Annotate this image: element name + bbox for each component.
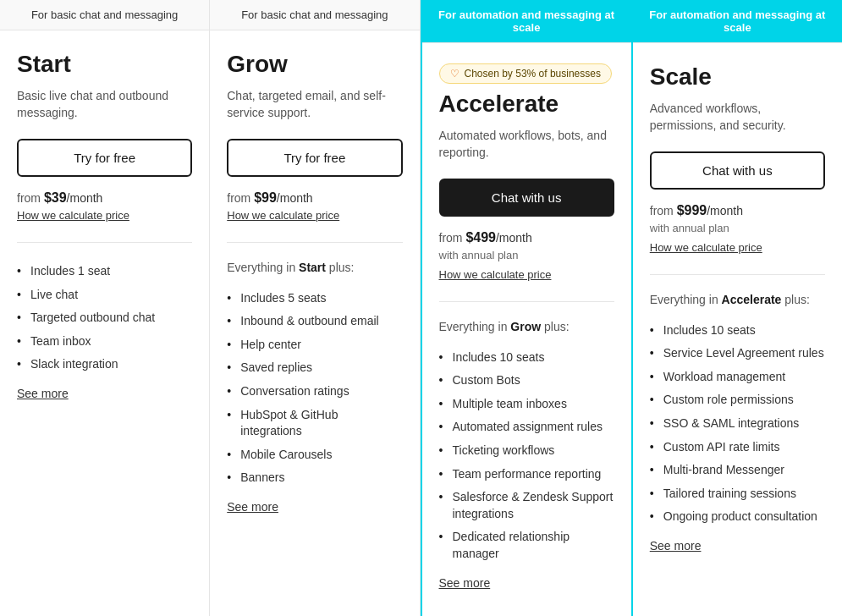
cta-button-scale[interactable]: Chat with us <box>650 151 825 190</box>
price-link-grow[interactable]: How we calculate price <box>227 209 402 222</box>
cta-button-start[interactable]: Try for free <box>17 139 192 177</box>
divider <box>439 301 614 302</box>
feature-item: Mobile Carousels <box>227 443 402 467</box>
see-more-start[interactable]: See more <box>17 387 192 400</box>
feature-item: Help center <box>227 333 402 357</box>
price-link-start[interactable]: How we calculate price <box>17 209 192 222</box>
features-intro-bold: Start <box>299 261 326 274</box>
feature-item: Includes 10 seats <box>439 346 614 370</box>
feature-item: Includes 1 seat <box>17 260 192 283</box>
price-from: from <box>17 191 44 205</box>
plan-banner-start: For basic chat and messaging <box>0 0 209 30</box>
feature-item: Targeted outbound chat <box>17 306 192 330</box>
plan-body-accelerate: ♡Chosen by 53% of businessesAccelerateAu… <box>422 43 631 616</box>
feature-item: Team inbox <box>17 330 192 354</box>
price-row-start: from $39/month <box>17 190 192 206</box>
feature-item: Ongoing product consultation <box>650 505 825 529</box>
feature-item: Includes 5 seats <box>227 287 402 311</box>
price-amount: $99 <box>254 190 277 205</box>
feature-item: Salesforce & Zendesk Support integration… <box>439 486 614 525</box>
plan-description-start: Basic live chat and outbound messaging. <box>17 88 192 122</box>
price-from: from <box>227 191 254 205</box>
features-intro-grow: Everything in Start plus: <box>227 260 402 277</box>
divider <box>650 274 825 275</box>
features-intro-bold: Accelerate <box>722 293 782 306</box>
price-row-accelerate: from $499/month <box>439 230 614 245</box>
price-period: /month <box>277 191 313 205</box>
see-more-accelerate[interactable]: See more <box>439 576 614 590</box>
feature-item: Includes 10 seats <box>650 319 825 343</box>
plan-name-scale: Scale <box>650 63 825 91</box>
features-intro-bold: Grow <box>510 320 541 333</box>
feature-item: Slack integration <box>17 353 192 377</box>
price-amount: $39 <box>44 190 67 205</box>
feature-item: Workload management <box>650 366 825 389</box>
feature-item: Banners <box>227 466 402 490</box>
price-amount: $999 <box>677 203 707 217</box>
plan-banner-scale: For automation and messaging at scale <box>633 0 842 43</box>
feature-item: HubSpot & GitHub integrations <box>227 404 402 443</box>
price-row-scale: from $999/month <box>650 203 825 218</box>
feature-list-scale: Includes 10 seatsService Level Agreement… <box>650 319 825 529</box>
plan-description-scale: Advanced workflows, permissions, and sec… <box>650 101 825 135</box>
price-from: from <box>650 204 677 217</box>
feature-item: Saved replies <box>227 356 402 380</box>
plan-name-grow: Grow <box>227 51 402 78</box>
feature-item: Team performance reporting <box>439 463 614 487</box>
price-period: /month <box>67 191 103 205</box>
plan-name-start: Start <box>17 51 192 78</box>
plan-column-grow: For basic chat and messagingGrowChat, ta… <box>210 0 420 616</box>
feature-item: Multiple team inboxes <box>439 393 614 416</box>
feature-item: Inbound & outbound email <box>227 310 402 333</box>
price-row-grow: from $99/month <box>227 190 402 206</box>
price-period: /month <box>496 231 532 245</box>
feature-item: Dedicated relationship manager <box>439 525 614 565</box>
cta-button-grow[interactable]: Try for free <box>227 139 402 177</box>
price-link-accelerate[interactable]: How we calculate price <box>439 268 614 281</box>
heart-icon: ♡ <box>450 68 460 80</box>
feature-item: Ticketing workflows <box>439 439 614 463</box>
feature-item: Multi-brand Messenger <box>650 459 825 482</box>
badge-text: Chosen by 53% of businesses <box>465 68 601 80</box>
pricing-table: For basic chat and messagingStartBasic l… <box>0 0 842 616</box>
feature-item: Custom API rate limits <box>650 436 825 459</box>
plan-banner-grow: For basic chat and messaging <box>210 0 419 30</box>
feature-item: Custom role permissions <box>650 388 825 412</box>
plan-column-start: For basic chat and messagingStartBasic l… <box>0 0 210 616</box>
plan-body-scale: ScaleAdvanced workflows, permissions, an… <box>633 43 842 616</box>
plan-body-start: StartBasic live chat and outbound messag… <box>0 30 209 616</box>
plan-description-accelerate: Automated workflows, bots, and reporting… <box>439 128 614 162</box>
feature-item: Tailored training sessions <box>650 482 825 506</box>
popular-badge: ♡Chosen by 53% of businesses <box>439 63 614 84</box>
plan-body-grow: GrowChat, targeted email, and self-servi… <box>210 30 419 616</box>
plan-banner-accelerate: For automation and messaging at scale <box>422 0 631 43</box>
price-subtext-scale: with annual plan <box>650 222 825 234</box>
cta-button-accelerate[interactable]: Chat with us <box>439 179 614 217</box>
plan-name-accelerate: Accelerate <box>439 91 614 118</box>
divider <box>227 242 402 243</box>
price-amount: $499 <box>465 230 496 245</box>
price-link-scale[interactable]: How we calculate price <box>650 241 825 254</box>
feature-item: Live chat <box>17 283 192 307</box>
price-period: /month <box>707 204 743 217</box>
feature-list-grow: Includes 5 seatsInbound & outbound email… <box>227 287 402 490</box>
feature-item: Service Level Agreement rules <box>650 342 825 366</box>
features-intro-scale: Everything in Accelerate plus: <box>650 292 825 309</box>
feature-list-start: Includes 1 seatLive chatTargeted outboun… <box>17 260 192 377</box>
feature-item: SSO & SAML integrations <box>650 412 825 436</box>
price-subtext-accelerate: with annual plan <box>439 249 614 261</box>
see-more-scale[interactable]: See more <box>650 539 825 553</box>
feature-list-accelerate: Includes 10 seatsCustom BotsMultiple tea… <box>439 346 614 566</box>
feature-item: Custom Bots <box>439 369 614 393</box>
plan-column-accelerate: For automation and messaging at scale♡Ch… <box>421 0 633 616</box>
see-more-grow[interactable]: See more <box>227 500 402 514</box>
features-intro-accelerate: Everything in Grow plus: <box>439 319 614 336</box>
feature-item: Conversation ratings <box>227 380 402 404</box>
divider <box>17 242 192 243</box>
plan-description-grow: Chat, targeted email, and self-service s… <box>227 88 402 122</box>
plan-column-scale: For automation and messaging at scaleSca… <box>633 0 842 616</box>
price-from: from <box>439 231 466 245</box>
feature-item: Automated assignment rules <box>439 415 614 439</box>
